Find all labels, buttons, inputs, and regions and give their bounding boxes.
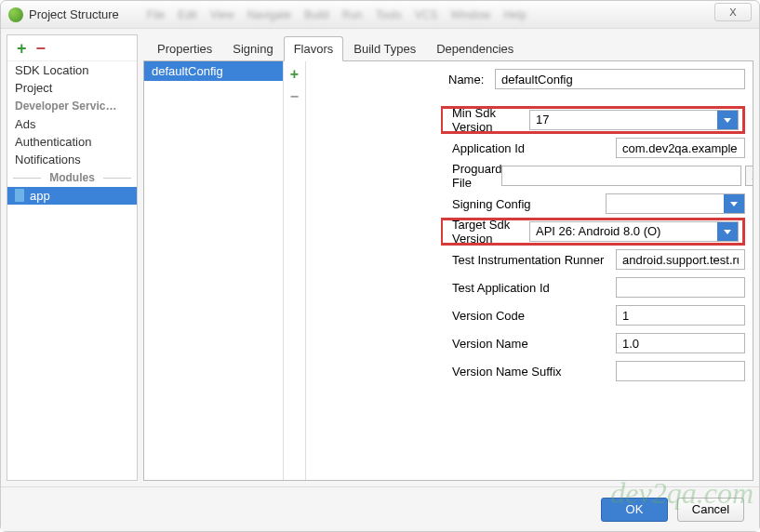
version-name-label: Version Name [448, 337, 616, 351]
tab-signing[interactable]: Signing [222, 36, 283, 61]
test-runner-label: Test Instrumentation Runner [448, 253, 616, 267]
version-suffix-label: Version Name Suffix [448, 365, 616, 379]
row-version-suffix: Version Name Suffix [448, 357, 745, 385]
sidebar: + − SDK Location Project Developer Servi… [7, 34, 138, 481]
module-icon [15, 189, 24, 202]
tabs: Properties Signing Flavors Build Types D… [143, 34, 753, 60]
sidebar-toolbar: + − [7, 35, 137, 61]
version-code-input[interactable] [616, 305, 745, 326]
sidebar-item-sdk-location[interactable]: SDK Location [7, 61, 137, 79]
row-target-sdk: Target Sdk Version API 26: Android 8.0 (… [441, 218, 745, 246]
main-panel: Properties Signing Flavors Build Types D… [143, 34, 753, 481]
close-button[interactable]: X [714, 3, 752, 21]
test-app-id-label: Test Application Id [448, 281, 616, 295]
flavor-tools: + − [284, 61, 306, 480]
name-row: Name: [448, 69, 745, 89]
add-flavor-icon[interactable]: + [290, 67, 299, 82]
app-id-input[interactable] [616, 138, 745, 158]
row-application-id: Application Id [448, 134, 745, 162]
ok-button[interactable]: OK [601, 498, 668, 522]
flavor-wrap: defaultConfig + − [144, 61, 441, 480]
tab-properties[interactable]: Properties [147, 36, 222, 61]
tab-dependencies[interactable]: Dependencies [426, 36, 524, 61]
content-area: + − SDK Location Project Developer Servi… [1, 29, 759, 486]
remove-flavor-icon[interactable]: − [290, 89, 299, 104]
signing-value [607, 194, 724, 213]
sidebar-item-app[interactable]: app [7, 187, 137, 205]
tab-flavors[interactable]: Flavors [284, 36, 344, 61]
version-suffix-input[interactable] [616, 361, 745, 381]
min-sdk-label: Min Sdk Version [448, 106, 529, 134]
signing-label: Signing Config [448, 197, 606, 211]
sidebar-item-authentication[interactable]: Authentication [7, 133, 137, 151]
app-icon [8, 7, 23, 22]
sidebar-section-developer-services: Developer Servic… [7, 97, 137, 115]
blurred-menu: FileEditViewNavigateBuildRunToolsVCSWind… [147, 8, 527, 21]
flavor-list-area: defaultConfig [144, 61, 283, 480]
proguard-input[interactable] [501, 166, 741, 186]
row-proguard: Proguard File … [448, 162, 745, 190]
proguard-browse-button[interactable]: … [745, 166, 753, 186]
row-version-code: Version Code [448, 301, 745, 329]
tab-body: defaultConfig + − Name: Min Sdk Version [143, 60, 753, 481]
chevron-down-icon[interactable] [724, 194, 744, 213]
target-sdk-label: Target Sdk Version [448, 218, 529, 246]
flavor-list: defaultConfig [144, 61, 284, 480]
min-sdk-combo[interactable]: 17 [529, 110, 739, 130]
form-area: Name: Min Sdk Version 17 App [441, 61, 753, 480]
signing-combo[interactable] [606, 193, 745, 214]
app-id-label: Application Id [448, 141, 616, 155]
title-bar: Project Structure FileEditViewNavigateBu… [1, 1, 759, 29]
sidebar-item-notifications[interactable]: Notifications [7, 151, 137, 168]
add-icon[interactable]: + [17, 40, 27, 57]
row-min-sdk: Min Sdk Version 17 [441, 106, 745, 134]
sidebar-item-ads[interactable]: Ads [7, 115, 137, 133]
row-test-runner: Test Instrumentation Runner [448, 246, 745, 273]
min-sdk-value: 17 [530, 111, 717, 129]
footer: OK Cancel [1, 486, 759, 531]
version-code-label: Version Code [448, 309, 616, 323]
sidebar-item-label: app [30, 189, 50, 203]
row-version-name: Version Name [448, 329, 745, 357]
row-signing-config: Signing Config [448, 190, 745, 218]
sidebar-item-project[interactable]: Project [7, 79, 137, 97]
name-input[interactable] [495, 69, 745, 89]
chevron-down-icon[interactable] [717, 222, 738, 241]
flavor-item-defaultconfig[interactable]: defaultConfig [144, 61, 283, 81]
row-test-app-id: Test Application Id [448, 273, 745, 301]
sidebar-section-modules: Modules [7, 168, 137, 187]
tab-build-types[interactable]: Build Types [343, 36, 426, 61]
test-runner-input[interactable] [616, 249, 745, 270]
remove-icon[interactable]: − [36, 40, 47, 57]
proguard-label: Proguard File [448, 162, 501, 190]
cancel-button[interactable]: Cancel [677, 498, 744, 522]
name-label: Name: [448, 73, 487, 86]
target-sdk-combo[interactable]: API 26: Android 8.0 (O) [529, 221, 739, 242]
target-sdk-value: API 26: Android 8.0 (O) [530, 222, 717, 241]
version-name-input[interactable] [616, 333, 745, 353]
test-app-id-input[interactable] [616, 277, 745, 298]
window-title: Project Structure [29, 7, 119, 21]
project-structure-window: Project Structure FileEditViewNavigateBu… [0, 0, 760, 532]
chevron-down-icon[interactable] [717, 111, 738, 129]
